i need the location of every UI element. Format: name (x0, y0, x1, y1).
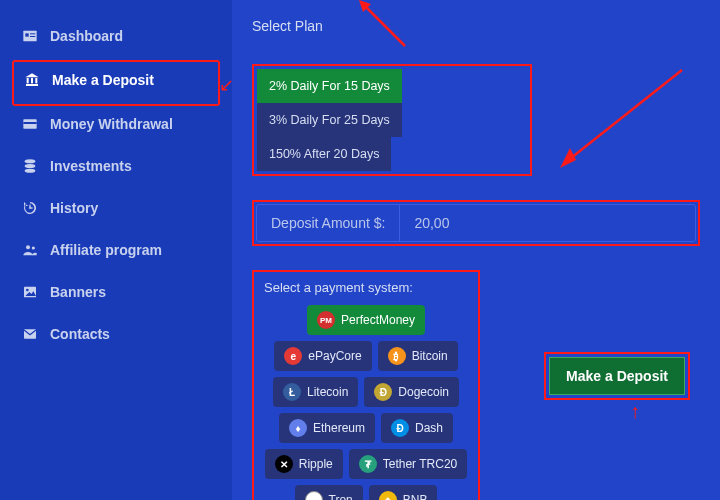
dash-icon: Đ (391, 419, 409, 437)
id-card-icon (20, 28, 40, 44)
payment-option-ethereum[interactable]: ♦Ethereum (279, 413, 375, 443)
annotation-arrow-icon: ↑ (630, 400, 640, 423)
svg-marker-4 (25, 73, 38, 77)
payment-system-label: Select a payment system: (264, 280, 468, 295)
sidebar-item-label: Banners (50, 284, 106, 300)
payment-option-tether[interactable]: ₮Tether TRC20 (349, 449, 467, 479)
payment-option-bitcoin[interactable]: ₿Bitcoin (378, 341, 458, 371)
annotation-box-sidebar: Make a Deposit ↙ (12, 60, 220, 106)
ethereum-icon: ♦ (289, 419, 307, 437)
bank-icon (22, 72, 42, 88)
svg-marker-23 (359, 0, 371, 12)
sidebar: Dashboard Make a Deposit ↙ Money Withdra… (0, 0, 232, 500)
sidebar-item-label: Money Withdrawal (50, 116, 173, 132)
plan-option-1[interactable]: 2% Daily For 15 Days (257, 69, 402, 103)
select-plan-label: Select Plan (252, 18, 700, 34)
sidebar-item-label: Contacts (50, 326, 110, 342)
sidebar-item-label: History (50, 200, 98, 216)
payment-option-dogecoin[interactable]: ÐDogecoin (364, 377, 459, 407)
payment-option-epaycore[interactable]: eePayCore (274, 341, 371, 371)
plan-option-3[interactable]: 150% After 20 Days (257, 137, 391, 171)
plan-selector: 2% Daily For 15 Days 3% Daily For 25 Day… (257, 69, 527, 171)
sidebar-item-affiliate[interactable]: Affiliate program (12, 232, 220, 268)
bnb-icon: ◈ (379, 491, 397, 500)
sidebar-item-label: Make a Deposit (52, 72, 154, 88)
annotation-arrow-icon (552, 62, 692, 176)
svg-marker-25 (560, 148, 576, 168)
svg-rect-7 (31, 78, 33, 83)
dogecoin-icon: Ð (374, 383, 392, 401)
history-icon (20, 200, 40, 216)
svg-rect-3 (30, 36, 35, 37)
payment-option-perfectmoney[interactable]: PMPerfectMoney (307, 305, 425, 335)
payment-options: PMPerfectMoney eePayCore ₿Bitcoin ŁLitec… (264, 305, 468, 500)
tron-icon (305, 491, 323, 500)
svg-point-16 (26, 245, 30, 249)
payment-option-litecoin[interactable]: ŁLitecoin (273, 377, 358, 407)
perfectmoney-icon: PM (317, 311, 335, 329)
image-icon (20, 284, 40, 300)
sidebar-item-label: Affiliate program (50, 242, 162, 258)
sidebar-item-label: Dashboard (50, 28, 123, 44)
svg-rect-15 (29, 207, 32, 208)
sidebar-item-dashboard[interactable]: Dashboard (12, 18, 220, 54)
sidebar-item-withdrawal[interactable]: Money Withdrawal (12, 106, 220, 142)
envelope-icon (20, 326, 40, 342)
sidebar-item-deposit[interactable]: Make a Deposit (14, 62, 218, 98)
svg-point-12 (25, 164, 36, 168)
sidebar-item-banners[interactable]: Banners (12, 274, 220, 310)
payment-option-bnb[interactable]: ◈BNB (369, 485, 438, 500)
svg-rect-1 (25, 33, 28, 36)
sidebar-item-contacts[interactable]: Contacts (12, 316, 220, 352)
epaycore-icon: e (284, 347, 302, 365)
svg-point-13 (25, 169, 36, 173)
sidebar-item-label: Investments (50, 158, 132, 174)
svg-rect-8 (35, 78, 37, 83)
payment-option-tron[interactable]: Tron (295, 485, 363, 500)
main-content: Select Plan 2% Daily For 15 Days 3% Dail… (232, 0, 720, 500)
annotation-box-submit: Make a Deposit (544, 352, 690, 400)
svg-point-19 (26, 289, 29, 292)
annotation-box-plans: 2% Daily For 15 Days 3% Daily For 25 Day… (252, 64, 532, 176)
database-icon (20, 158, 40, 174)
svg-rect-6 (27, 78, 29, 83)
sidebar-item-history[interactable]: History (12, 190, 220, 226)
tether-icon: ₮ (359, 455, 377, 473)
deposit-amount-label: Deposit Amount $: (257, 205, 400, 241)
sidebar-item-investments[interactable]: Investments (12, 148, 220, 184)
ripple-icon: ✕ (275, 455, 293, 473)
card-icon (20, 116, 40, 132)
annotation-box-payment: Select a payment system: PMPerfectMoney … (252, 270, 480, 500)
payment-option-dash[interactable]: ĐDash (381, 413, 453, 443)
make-deposit-button[interactable]: Make a Deposit (549, 357, 685, 395)
svg-rect-2 (30, 33, 35, 34)
bitcoin-icon: ₿ (388, 347, 406, 365)
annotation-box-deposit: Deposit Amount $: (252, 200, 700, 246)
svg-line-24 (566, 70, 682, 162)
deposit-amount-group: Deposit Amount $: (256, 204, 696, 242)
deposit-amount-input[interactable] (400, 215, 695, 231)
plan-option-2[interactable]: 3% Daily For 25 Days (257, 103, 402, 137)
svg-point-17 (32, 246, 35, 249)
payment-option-ripple[interactable]: ✕Ripple (265, 449, 343, 479)
svg-point-11 (25, 159, 36, 163)
svg-rect-10 (23, 122, 36, 124)
litecoin-icon: Ł (283, 383, 301, 401)
svg-rect-5 (26, 84, 38, 86)
users-icon (20, 242, 40, 258)
